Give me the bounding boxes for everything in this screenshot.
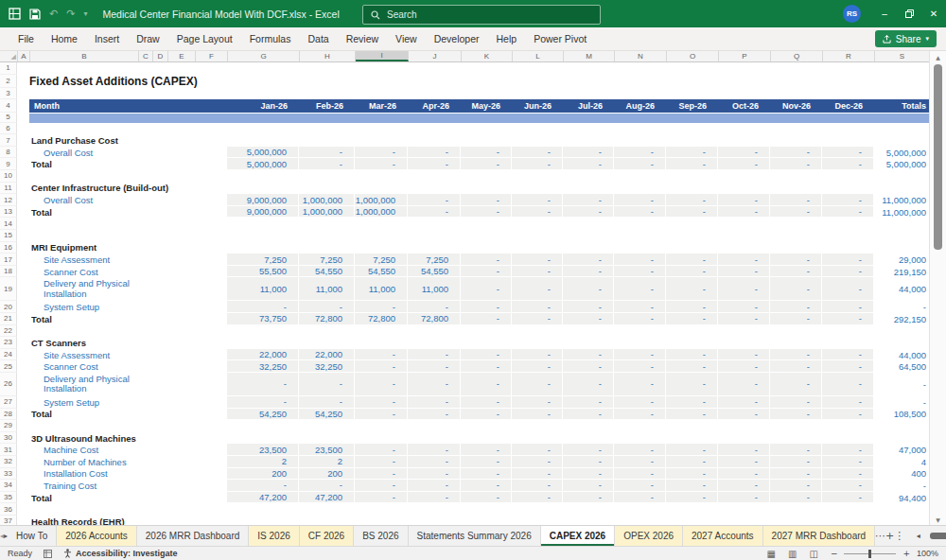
cell-jun-26-r18[interactable]: - xyxy=(512,266,563,278)
cell-feb-26-r28[interactable]: 54,250 xyxy=(299,409,355,421)
header-cell-sep-26[interactable]: Sep-26 xyxy=(666,99,718,113)
sheet-tab-bs-2026[interactable]: BS 2026 xyxy=(354,526,408,546)
cell-dec-26-r8[interactable]: - xyxy=(822,147,874,159)
view-normal-icon[interactable]: ▦ xyxy=(767,549,776,559)
row-number-32[interactable]: 32 xyxy=(0,456,17,468)
sheet-tab-2027-accounts[interactable]: 2027 Accounts xyxy=(683,526,763,546)
header-cell-oct-26[interactable]: Oct-26 xyxy=(718,99,770,113)
cell-jan-26-r12[interactable]: 9,000,000 xyxy=(227,194,299,206)
zoom-out-icon[interactable]: − xyxy=(831,549,838,558)
cell-jan-26-r25[interactable]: 32,250 xyxy=(227,360,299,373)
cell-mar-26-r34[interactable]: - xyxy=(355,480,408,492)
cell-aug-26-r18[interactable]: - xyxy=(614,266,666,278)
cell-jul-26-r17[interactable]: - xyxy=(563,254,614,266)
cell-nov-26-r9[interactable]: - xyxy=(770,158,822,170)
cell-aug-26-r31[interactable]: - xyxy=(614,444,666,456)
sheet-menu-icon[interactable]: ⋮ xyxy=(894,526,904,546)
cell-mar-26-r9[interactable]: - xyxy=(355,158,408,170)
zoom-slider[interactable] xyxy=(844,553,896,554)
cell-jan-26-r28[interactable]: 54,250 xyxy=(227,409,299,421)
row-number-10[interactable]: 10 xyxy=(0,170,17,183)
zoom-level[interactable]: 100% xyxy=(917,549,938,558)
header-cell-nov-26[interactable]: Nov-26 xyxy=(770,99,822,113)
cell-sep-26-r24[interactable]: - xyxy=(666,349,718,361)
close-button[interactable]: ✕ xyxy=(921,0,946,27)
column-header-S[interactable]: S xyxy=(875,51,930,61)
cell-may-26-r24[interactable]: - xyxy=(461,349,512,361)
ribbon-tab-draw[interactable]: Draw xyxy=(128,33,168,44)
cell-feb-26-r9[interactable]: - xyxy=(299,158,355,170)
cell-oct-26-r9[interactable]: - xyxy=(718,158,770,170)
row-label-site-assessment-r17[interactable]: Site Assessment xyxy=(29,254,227,266)
cell-totals-r9[interactable]: 5,000,000 xyxy=(874,158,929,170)
cell-jan-26-r13[interactable]: 9,000,000 xyxy=(227,206,299,219)
row-number-8[interactable]: 8 xyxy=(0,147,17,159)
cell-mar-26-r26[interactable]: - xyxy=(355,373,408,396)
cell-dec-26-r31[interactable]: - xyxy=(822,444,874,456)
cell-nov-26-r18[interactable]: - xyxy=(770,266,822,278)
cell-apr-26-r25[interactable]: - xyxy=(408,360,461,373)
zoom-in-icon[interactable]: + xyxy=(902,549,910,558)
customize-toolbar-icon[interactable]: ▾ xyxy=(83,9,87,18)
share-button[interactable]: Share ▾ xyxy=(875,30,937,47)
ribbon-tab-home[interactable]: Home xyxy=(43,33,86,44)
cell-jul-26-r33[interactable]: - xyxy=(563,468,614,481)
column-header-H[interactable]: H xyxy=(300,51,356,61)
cell-nov-26-r33[interactable]: - xyxy=(770,468,822,481)
cell-oct-26-r27[interactable]: - xyxy=(718,396,770,409)
row-label-system-setup-r27[interactable]: System Setup xyxy=(29,396,227,409)
cell-may-26-r26[interactable]: - xyxy=(461,373,512,396)
cell-nov-26-r35[interactable]: - xyxy=(770,492,822,504)
cell-jan-26-r17[interactable]: 7,250 xyxy=(227,254,299,266)
column-header-K[interactable]: K xyxy=(462,51,513,61)
section-label-mri-equipment[interactable]: MRI Equipment xyxy=(29,242,227,254)
ribbon-tab-view[interactable]: View xyxy=(387,33,426,44)
cell-mar-26-r33[interactable]: - xyxy=(355,468,408,481)
cell-aug-26-r17[interactable]: - xyxy=(614,254,666,266)
cell-jul-26-r34[interactable]: - xyxy=(563,480,614,492)
sheet-tab-is-2026[interactable]: IS 2026 xyxy=(249,526,299,546)
cell-aug-26-r35[interactable]: - xyxy=(614,492,666,504)
row-number-33[interactable]: 33 xyxy=(0,468,17,481)
row-number-9[interactable]: 9 xyxy=(0,158,17,170)
row-label-scanner-cost-r25[interactable]: Scanner Cost xyxy=(29,360,227,373)
row-label-scanner-cost-r18[interactable]: Scanner Cost xyxy=(29,266,227,278)
cell-jan-26-r21[interactable]: 73,750 xyxy=(227,313,299,325)
cell-jul-26-r32[interactable]: - xyxy=(563,456,614,468)
column-header-D[interactable]: D xyxy=(153,51,168,61)
sheet-tab-how-to[interactable]: How To xyxy=(8,526,57,546)
zoom-slider-thumb[interactable] xyxy=(868,550,871,558)
row-label-total-r9[interactable]: Total xyxy=(29,158,227,170)
cell-may-26-r33[interactable]: - xyxy=(461,468,512,481)
cell-jul-26-r31[interactable]: - xyxy=(563,444,614,456)
row-number-7[interactable]: 7 xyxy=(0,134,17,147)
ribbon-tab-data[interactable]: Data xyxy=(299,33,337,44)
cell-feb-26-r31[interactable]: 23,500 xyxy=(299,444,355,456)
cell-may-26-r17[interactable]: - xyxy=(461,254,512,266)
horizontal-scrollbar[interactable]: ◂ ▸ xyxy=(904,526,946,546)
row-number-34[interactable]: 34 xyxy=(0,480,17,492)
row-number-6[interactable]: 6 xyxy=(0,123,17,135)
row-number-1[interactable]: 1 xyxy=(0,62,17,75)
cell-oct-26-r19[interactable]: - xyxy=(718,277,770,301)
cell-aug-26-r33[interactable]: - xyxy=(614,468,666,481)
cell-dec-26-r33[interactable]: - xyxy=(822,468,874,481)
cell-dec-26-r13[interactable]: - xyxy=(822,206,874,219)
cell-dec-26-r26[interactable]: - xyxy=(822,373,874,396)
cell-apr-26-r24[interactable]: - xyxy=(408,349,461,361)
row-number-11[interactable]: 11 xyxy=(0,183,17,195)
cell-nov-26-r21[interactable]: - xyxy=(770,313,822,325)
cell-jun-26-r28[interactable]: - xyxy=(512,409,563,421)
header-cell-aug-26[interactable]: Aug-26 xyxy=(614,99,666,113)
cell-jun-26-r31[interactable]: - xyxy=(512,444,563,456)
row-number-17[interactable]: 17 xyxy=(0,254,17,266)
cell-jan-26-r31[interactable]: 23,500 xyxy=(227,444,299,456)
cell-jan-26-r9[interactable]: 5,000,000 xyxy=(227,158,299,170)
cell-jun-26-r9[interactable]: - xyxy=(512,158,563,170)
cell-may-26-r35[interactable]: - xyxy=(461,492,512,504)
cell-aug-26-r12[interactable]: - xyxy=(614,194,666,206)
cell-dec-26-r19[interactable]: - xyxy=(822,277,874,301)
cell-jul-26-r21[interactable]: - xyxy=(563,313,614,325)
cell-jan-26-r19[interactable]: 11,000 xyxy=(227,277,299,301)
cell-feb-26-r20[interactable]: - xyxy=(299,301,355,313)
